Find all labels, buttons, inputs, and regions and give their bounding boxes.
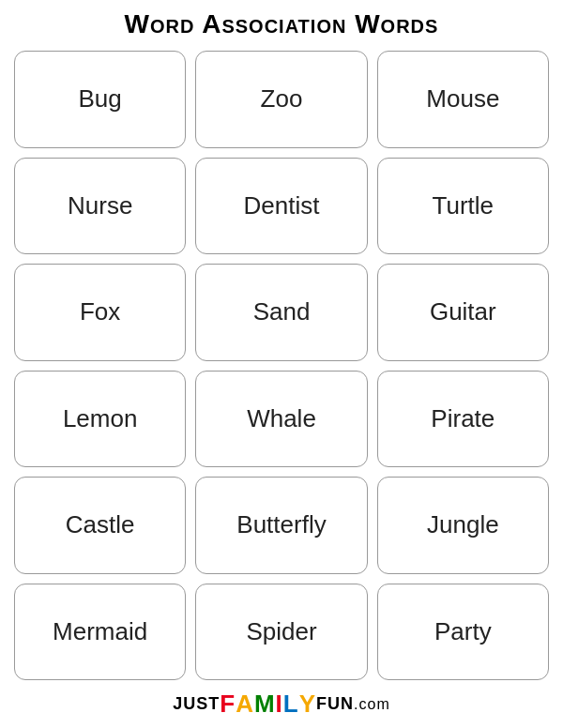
word-card[interactable]: Bug: [14, 51, 186, 148]
word-card[interactable]: Spider: [195, 584, 367, 681]
word-card[interactable]: Whale: [195, 371, 367, 468]
footer-i: I: [276, 690, 283, 719]
word-card[interactable]: Mermaid: [14, 584, 186, 681]
footer: JUST F A M I L Y FUN .com: [173, 690, 390, 719]
word-card[interactable]: Turtle: [377, 158, 549, 255]
word-card[interactable]: Party: [377, 584, 549, 681]
word-card[interactable]: Nurse: [14, 158, 186, 255]
word-card[interactable]: Zoo: [195, 51, 367, 148]
word-card[interactable]: Lemon: [14, 371, 186, 468]
footer-m: M: [254, 690, 276, 719]
footer-y: Y: [299, 690, 316, 719]
footer-a: A: [236, 690, 254, 719]
footer-just: JUST: [173, 694, 220, 714]
footer-l: L: [283, 690, 299, 719]
word-card[interactable]: Jungle: [377, 477, 549, 574]
footer-f: F: [220, 690, 236, 719]
word-card[interactable]: Mouse: [377, 51, 549, 148]
word-card[interactable]: Castle: [14, 477, 186, 574]
word-card[interactable]: Fox: [14, 264, 186, 361]
word-card[interactable]: Guitar: [377, 264, 549, 361]
page-title: Word Association Words: [125, 9, 439, 39]
word-card[interactable]: Sand: [195, 264, 367, 361]
word-card[interactable]: Butterfly: [195, 477, 367, 574]
word-grid: BugZooMouseNurseDentistTurtleFoxSandGuit…: [14, 51, 549, 680]
word-card[interactable]: Pirate: [377, 371, 549, 468]
footer-fun: FUN: [316, 694, 354, 714]
footer-com: .com: [354, 696, 390, 713]
word-card[interactable]: Dentist: [195, 158, 367, 255]
